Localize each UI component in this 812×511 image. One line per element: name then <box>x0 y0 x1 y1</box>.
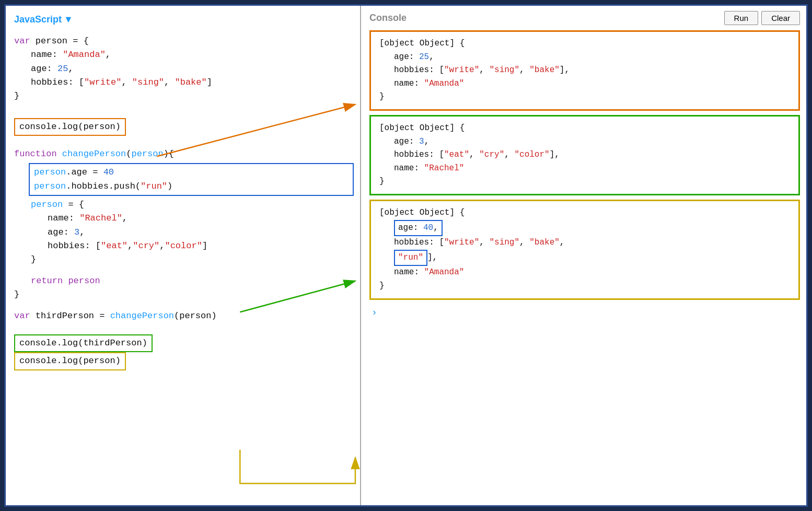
output1-hobbies: hobbies: ["write", "sing", "bake"], <box>394 64 790 77</box>
age-blue-box: age: 40, <box>394 220 443 237</box>
run-blue-box: "run" <box>394 250 427 266</box>
console-log-person-highlight: console.log(person) <box>14 118 126 136</box>
green-log-highlight: console.log(thirdPerson) <box>14 330 354 352</box>
output2-close: } <box>379 175 790 189</box>
output2-header: [object Object] { <box>379 122 790 135</box>
run-button[interactable]: Run <box>724 11 759 25</box>
output3-hobbies1: hobbies: ["write", "sing", "bake", <box>394 236 790 250</box>
output3-age: age: 40, <box>394 220 790 237</box>
output-box-orange: [object Object] { age: 25, hobbies: ["wr… <box>369 30 800 111</box>
output2-hobbies: hobbies: ["eat", "cry", "color"], <box>394 148 790 162</box>
right-console-panel: Console Run Clear [object Object] { age:… <box>361 6 806 505</box>
output3-name: name: "Amanda" <box>394 266 790 280</box>
output1-age: age: 25, <box>394 51 790 64</box>
blue-highlight-box: person.age = 40 person.hobbies.push("run… <box>29 163 354 196</box>
console-title: Console <box>369 13 407 24</box>
output-box-green: [object Object] { age: 3, hobbies: ["eat… <box>369 115 800 195</box>
output3-close: } <box>379 280 790 293</box>
yellow-log-highlight: console.log(person) <box>14 352 354 370</box>
output3-header: [object Object] { <box>379 206 790 220</box>
language-selector[interactable]: JavaScript ▼ <box>14 14 354 25</box>
code-editor: var person = { name: "Amanda", age: 25, … <box>14 34 354 370</box>
clear-button[interactable]: Clear <box>761 11 800 25</box>
output1-header: [object Object] { <box>379 37 790 51</box>
console-prompt: › <box>369 307 800 318</box>
output2-age: age: 3, <box>394 135 790 149</box>
left-code-panel: JavaScript ▼ var person = { name: "Amand… <box>6 6 361 505</box>
console-buttons: Run Clear <box>724 11 800 25</box>
console-header: Console Run Clear <box>369 11 800 25</box>
output1-close: } <box>379 90 790 104</box>
language-label: JavaScript <box>14 14 62 25</box>
output2-name: name: "Rachel" <box>394 162 790 176</box>
console-output-area: [object Object] { age: 25, hobbies: ["wr… <box>369 30 800 500</box>
output-box-yellow: [object Object] { age: 40, hobbies: ["wr… <box>369 200 800 300</box>
output3-hobbies2: "run"], <box>394 250 790 266</box>
output1-name: name: "Amanda" <box>394 77 790 91</box>
chevron-down-icon: ▼ <box>64 14 73 25</box>
